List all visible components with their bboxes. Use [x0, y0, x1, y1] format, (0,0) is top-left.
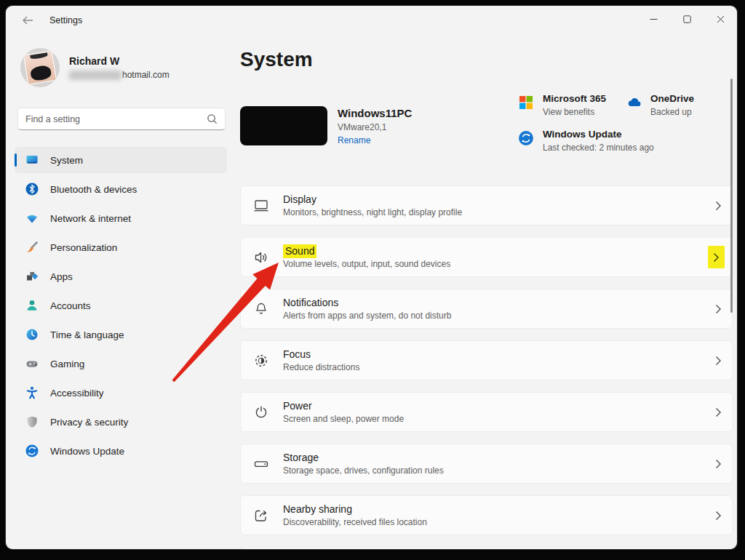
sidebar-item-label: Bluetooth & devices [50, 184, 137, 195]
card-subtitle: Screen and sleep, power mode [283, 414, 404, 424]
chevron-right-icon [715, 304, 722, 314]
chevron-right-icon [715, 459, 722, 469]
back-arrow-icon [22, 16, 33, 25]
rename-link[interactable]: Rename [338, 135, 412, 145]
chevron-right-icon [715, 201, 722, 211]
maximize-icon [683, 15, 691, 23]
device-model: VMware20,1 [338, 122, 412, 132]
gaming-icon [25, 356, 39, 371]
sidebar-item-label: Gaming [50, 359, 84, 369]
sidebar: Richard W hotmail.com System [6, 35, 231, 549]
microsoft-365-tile[interactable]: Microsoft 365 View benefits [518, 93, 626, 117]
search-input[interactable] [25, 114, 207, 124]
sidebar-item-apps[interactable]: Apps [15, 263, 227, 289]
sidebar-item-accounts[interactable]: Accounts [15, 292, 227, 319]
desktop-backdrop: Settings Richard W [0, 0, 745, 560]
card-focus[interactable]: Focus Reduce distractions [240, 340, 733, 380]
storage-icon [252, 455, 270, 473]
redacted-email-blur [69, 71, 121, 80]
card-subtitle: Monitors, brightness, night light, displ… [283, 207, 462, 217]
scrollbar-thumb[interactable] [730, 79, 733, 313]
device-header: Windows11PC VMware20,1 Rename [240, 106, 412, 145]
device-name: Windows11PC [338, 107, 412, 119]
back-button[interactable] [16, 12, 39, 29]
notifications-icon [252, 300, 270, 318]
tile-title: OneDrive [650, 93, 694, 104]
sidebar-item-accessibility[interactable]: Accessibility [15, 380, 227, 406]
sidebar-item-time-language[interactable]: Time & language [15, 321, 227, 348]
main-content: System Windows11PC VMware20,1 Rename [231, 35, 737, 549]
sidebar-item-label: Accounts [50, 300, 91, 311]
card-title: Sound [283, 245, 450, 257]
selection-indicator [15, 153, 17, 167]
privacy-security-icon [25, 415, 39, 429]
card-subtitle: Reduce distractions [283, 362, 359, 372]
account-profile[interactable]: Richard W hotmail.com [20, 48, 170, 87]
sound-highlight: Sound [283, 244, 316, 258]
card-partial-next [240, 547, 733, 549]
card-title: Power [283, 400, 404, 412]
sidebar-item-bluetooth-devices[interactable]: Bluetooth & devices [15, 176, 227, 202]
power-icon [252, 404, 270, 421]
focus-icon [252, 352, 270, 369]
sidebar-item-label: Time & language [50, 329, 124, 340]
card-subtitle: Alerts from apps and system, do not dist… [283, 311, 451, 321]
sidebar-item-label: Apps [50, 271, 73, 282]
sidebar-item-label: Privacy & security [50, 417, 128, 428]
sidebar-item-system[interactable]: System [15, 147, 227, 173]
microsoft-365-icon [518, 95, 534, 111]
device-info: Windows11PC VMware20,1 Rename [338, 106, 412, 145]
minimize-button[interactable] [637, 6, 670, 32]
maximize-button[interactable] [670, 6, 704, 32]
onedrive-icon [626, 95, 642, 111]
onedrive-tile[interactable]: OneDrive Backed up [626, 93, 737, 117]
card-subtitle: Discoverability, received files location [283, 517, 427, 527]
close-button[interactable] [704, 6, 737, 32]
card-nearby-sharing[interactable]: Nearby sharing Discoverability, received… [240, 495, 733, 535]
card-title: Notifications [283, 297, 451, 308]
sidebar-item-label: Windows Update [50, 446, 124, 457]
card-title: Nearby sharing [283, 503, 427, 515]
card-power[interactable]: Power Screen and sleep, power mode [240, 392, 733, 432]
accessibility-icon [25, 385, 39, 400]
accounts-icon [25, 298, 39, 313]
card-display[interactable]: Display Monitors, brightness, night ligh… [240, 185, 733, 225]
display-icon [252, 197, 270, 215]
time-language-icon [25, 327, 39, 342]
profile-name: Richard W [69, 55, 170, 67]
profile-text: Richard W hotmail.com [69, 55, 170, 80]
apps-icon [25, 269, 39, 284]
windows-update-tile[interactable]: Windows Update Last checked: 2 minutes a… [518, 129, 737, 153]
settings-card-list: Display Monitors, brightness, night ligh… [240, 185, 733, 549]
avatar-photo [23, 50, 57, 85]
sidebar-item-personalization[interactable]: Personalization [15, 234, 227, 260]
sidebar-item-privacy-security[interactable]: Privacy & security [15, 409, 227, 435]
settings-window: Settings Richard W [6, 6, 737, 549]
network-icon [25, 211, 39, 225]
sidebar-item-network-internet[interactable]: Network & internet [15, 205, 227, 231]
sidebar-item-label: Accessibility [50, 388, 104, 399]
window-title: Settings [49, 15, 82, 25]
search-icon [207, 113, 218, 124]
tile-subtitle: Backed up [650, 107, 694, 117]
card-notifications[interactable]: Notifications Alerts from apps and syste… [240, 289, 733, 329]
minimize-icon [650, 15, 658, 23]
card-title: Display [283, 193, 462, 205]
search-box[interactable] [17, 108, 226, 130]
sidebar-item-gaming[interactable]: Gaming [15, 351, 227, 377]
card-sound[interactable]: Sound Volume levels, output, input, soun… [240, 237, 733, 277]
profile-email: hotmail.com [69, 70, 170, 80]
tile-title: Microsoft 365 [543, 93, 606, 104]
tile-subtitle: View benefits [543, 107, 606, 117]
email-domain: hotmail.com [122, 70, 170, 80]
titlebar: Settings [6, 6, 737, 35]
chevron-right-icon-highlighted [708, 246, 725, 268]
card-title: Focus [283, 348, 359, 360]
sidebar-item-windows-update[interactable]: Windows Update [15, 438, 227, 464]
personalization-icon [25, 240, 39, 255]
page-title: System [240, 48, 313, 71]
card-storage[interactable]: Storage Storage space, drives, configura… [240, 444, 733, 484]
sidebar-item-label: Network & internet [50, 213, 131, 224]
card-subtitle: Storage space, drives, configuration rul… [283, 465, 444, 476]
windows-update-icon [25, 444, 39, 458]
